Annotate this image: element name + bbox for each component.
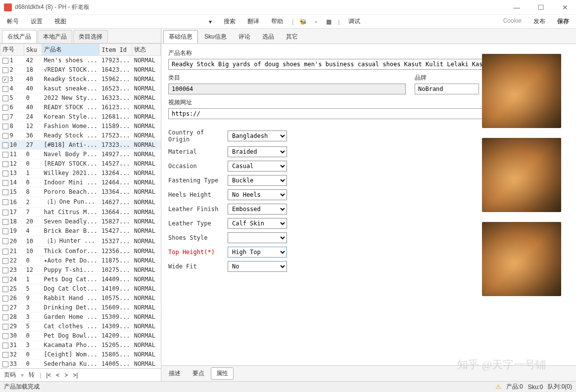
table-row[interactable]: 936Ready Stock ...17523...NORMAL [0,131,161,140]
attr-select[interactable]: Bangladesh [228,131,287,141]
row-checkbox[interactable] [2,267,8,273]
row-checkbox[interactable] [2,361,8,367]
menu-dropdown[interactable]: ▾ [206,16,215,27]
table-row[interactable]: 220✦Aoto Pet Do...11875...NORMAL [0,256,161,265]
row-checkbox[interactable] [2,228,8,234]
table-row[interactable]: 177hat Citrus M...13664...NORMAL [0,208,161,217]
table-row[interactable]: 330Sederhana Ku...14005...NORMAL [0,359,161,369]
table-row[interactable]: 162（1）One Pun...14627...NORMAL [0,197,161,208]
attr-select[interactable] [228,232,287,243]
table-row[interactable]: 131Willkey 2021...13264...NORMAL [0,169,161,178]
tab-selection[interactable]: 选品 [257,30,280,44]
table-row[interactable]: 320[Ceight] Wom...15805...NORMAL [0,350,161,359]
tab-local-products[interactable]: 本地产品 [38,30,72,43]
row-checkbox[interactable] [2,152,8,158]
col-header[interactable]: 产品名 [42,44,99,56]
tab-basic-info[interactable]: 基础信息 [163,30,198,44]
col-header[interactable]: 状态 [132,44,161,56]
menu-settings[interactable]: 设置 [28,15,46,28]
menu-account[interactable]: 帐号 [4,15,22,28]
table-row[interactable]: 273Drinking Det...15609...NORMAL [0,303,161,312]
row-checkbox[interactable] [2,305,8,311]
row-checkbox[interactable] [2,343,8,348]
table-row[interactable]: 440kasut sneake...16523...NORMAL [0,84,161,93]
table-row[interactable]: 1820Seven Deadly...15827...NORMAL [0,217,161,226]
row-checkbox[interactable] [2,286,8,292]
row-checkbox[interactable] [2,249,8,255]
tab-other[interactable]: 其它 [281,30,303,44]
category-input[interactable] [168,84,406,94]
menu-cookie[interactable]: Cookie [500,15,525,28]
video-url-input[interactable] [168,108,515,119]
bee-icon[interactable]: 🐝 [299,18,306,25]
table-row[interactable]: 194Brick Bear B...15427...NORMAL [0,226,161,236]
row-checkbox[interactable] [2,277,8,283]
row-checkbox[interactable] [2,258,8,264]
pager-first[interactable]: |< [46,372,51,379]
pager-prev[interactable]: < [56,372,59,379]
attr-select[interactable]: Buckle [228,175,287,186]
tab-sku-info[interactable]: Sku信息 [199,30,232,44]
col-header[interactable]: Item Id [99,44,132,56]
row-checkbox[interactable] [2,86,8,92]
table-row[interactable]: 724Korean Style...12681...NORMAL [0,112,161,122]
menu-debug[interactable]: 调试 [345,15,363,28]
attr-select[interactable]: No Heels [228,189,287,200]
table-row[interactable]: 158Pororo Beach...13364...NORMAL [0,187,161,197]
table-row[interactable]: 2110Thick Comfor...12356...NORMAL [0,247,161,256]
brand-input[interactable] [415,84,479,94]
attr-select[interactable]: Calf Skin [228,218,287,229]
product-table-wrap[interactable]: 序号Sku产品名Item Id状态 142Men's shoes ...1792… [0,44,161,368]
menu-search[interactable]: 搜索 [221,15,239,28]
table-row[interactable]: 142Men's shoes ...17923...NORMAL [0,56,161,65]
table-row[interactable]: 2312Puppy T-shi...10275...NORMAL [0,265,161,275]
row-checkbox[interactable] [2,333,8,339]
attr-select[interactable]: High Top [228,247,287,258]
menu-publish[interactable]: 发布 [530,15,548,28]
product-image-2[interactable] [482,138,561,212]
table-row[interactable]: 313Kacamata Pho...15205...NORMAL [0,341,161,350]
attr-select[interactable]: No [228,261,287,272]
col-header[interactable]: Sku [24,44,42,56]
menu-view[interactable]: 视图 [51,15,69,28]
grid-icon[interactable]: ▦ [325,18,332,25]
row-checkbox[interactable] [2,352,8,358]
table-row[interactable]: 218√REDAY STOCK...16423...NORMAL [0,65,161,75]
attr-select[interactable]: Casual [228,161,287,172]
row-checkbox[interactable] [2,238,8,244]
tab-reviews[interactable]: 评论 [233,30,256,44]
table-row[interactable]: 140Indoor Mini ...12464...NORMAL [0,178,161,187]
row-checkbox[interactable] [2,142,8,148]
menu-translate[interactable]: 翻译 [244,15,262,28]
tab-description[interactable]: 描述 [163,367,186,380]
table-row[interactable]: 300Pet Dog Bowl...14209...NORMAL [0,331,161,341]
pager-page-label[interactable]: 页码 [4,371,16,379]
row-checkbox[interactable] [2,189,8,195]
row-checkbox[interactable] [2,95,8,101]
row-checkbox[interactable] [2,210,8,216]
table-row[interactable]: 255Dog Cat Clot...14109...NORMAL [0,284,161,294]
tab-attributes[interactable]: 属性 [211,367,234,380]
menu-help[interactable]: 帮助 [268,15,286,28]
table-row[interactable]: 502022 New Sty...16323...NORMAL [0,93,161,103]
row-checkbox[interactable] [2,171,8,176]
row-checkbox[interactable] [2,105,8,111]
table-row[interactable]: 241Pets Dog Cat...14409...NORMAL [0,275,161,284]
row-checkbox[interactable] [2,296,8,302]
row-checkbox[interactable] [2,161,8,167]
row-checkbox[interactable] [2,324,8,330]
menu-save[interactable]: 保存 [554,15,572,28]
pager-turn-label[interactable]: 转 [29,371,35,379]
product-name-input[interactable] [168,59,515,70]
box-icon[interactable]: ▫ [312,18,319,25]
row-checkbox[interactable] [2,219,8,225]
table-row[interactable]: 120[READY STOCK...14527...NORMAL [0,159,161,169]
table-row[interactable]: 812Fashion Wome...11589...NORMAL [0,122,161,131]
tab-points[interactable]: 要点 [187,367,210,380]
attr-select[interactable]: Embossed [228,204,287,215]
row-checkbox[interactable] [2,180,8,186]
tab-category-select[interactable]: 类目选择 [73,30,108,43]
table-row[interactable]: 283Garden Home ...15309...NORMAL [0,312,161,322]
table-row[interactable]: 1027[#B18] Anti-...17323...NORMAL [0,140,161,150]
row-checkbox[interactable] [2,124,8,130]
